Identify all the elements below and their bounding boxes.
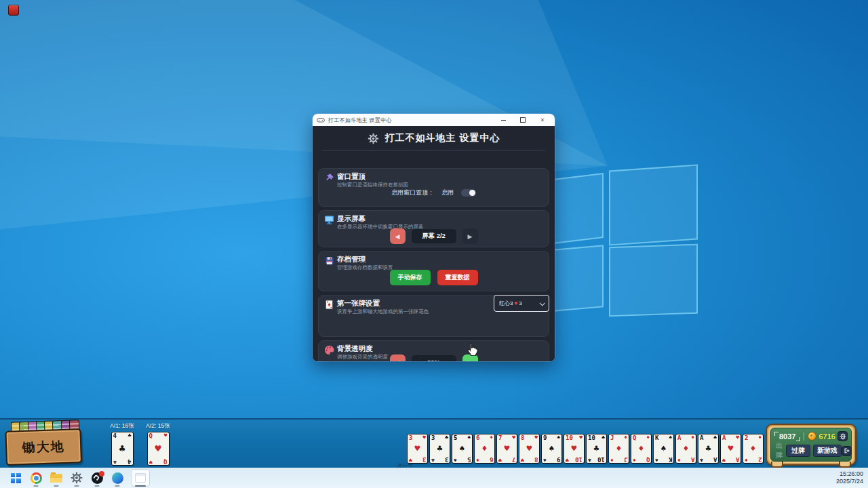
section-desc: 设置争上游和锄大地游戏的第一张牌花色: [337, 308, 429, 315]
heart-suit-glyph: ♥: [514, 300, 517, 306]
dropdown-rank: 3: [519, 300, 521, 306]
windows-logo-icon: [11, 473, 21, 483]
section-title: 存档管理: [337, 255, 366, 264]
hand-card[interactable]: 3 ♣ ♣ ♣ 3: [429, 434, 450, 464]
screen-prev-button[interactable]: ◀: [390, 228, 406, 244]
hand-card[interactable]: A ♣ ♣ ♣ A: [698, 434, 719, 464]
start-button[interactable]: [7, 469, 24, 487]
close-button[interactable]: ×: [534, 115, 551, 125]
section-title: 第一张牌设置: [337, 299, 380, 308]
ai2-area: AI2: 15张 Q♥ ♥ ♥Q: [143, 422, 173, 466]
screen: 打工不如斗地主 设置中心 × 打工不如斗地主 设置中心 窗口置顶 控制窗口是否始…: [0, 0, 868, 488]
hand-card[interactable]: 9 ♠ ♠ ♠ 9: [541, 434, 562, 464]
obs-icon: [92, 472, 103, 484]
hand-card[interactable]: 10 ♥ ♥ ♥ 10: [564, 434, 585, 464]
maximize-button[interactable]: [515, 115, 531, 125]
gear-icon: [368, 133, 379, 144]
section-window-top: 窗口置顶 控制窗口是否始终保持在最前面 启用窗口置顶： 启用: [318, 168, 549, 207]
taskbar-settings[interactable]: [68, 469, 85, 487]
score-value: 8037: [774, 432, 800, 441]
palette-icon: [324, 345, 334, 355]
hand-card[interactable]: 7 ♥ ♥ ♥ 7: [496, 434, 517, 464]
reset-data-button[interactable]: 重置数据: [437, 270, 478, 285]
hand-card[interactable]: Q ♦ ♦ ♦ Q: [631, 434, 652, 464]
taskbar-file-explorer[interactable]: [48, 469, 64, 487]
game-bottom-bar: 锄大地 AI1: 16张 4♣ ♣ ♣4 AI2: 15张 Q♥ ♥ ♥Q 进行…: [0, 418, 868, 468]
ai1-card: 4♣ ♣ ♣4: [111, 432, 134, 466]
game-logo: 锄大地: [5, 420, 82, 466]
section-desc: 控制窗口是否始终保持在最前面: [337, 182, 408, 188]
always-on-top-toggle[interactable]: [461, 189, 476, 197]
toggle-label: 启用窗口置顶：: [391, 188, 434, 197]
taskbar-obs[interactable]: [89, 469, 105, 487]
hand-card[interactable]: 6 ♦ ♦ ♦ 6: [474, 434, 495, 464]
pass-button[interactable]: 过牌: [786, 445, 810, 457]
opacity-decrease-button[interactable]: ◀: [390, 354, 406, 361]
screen-value: 屏幕 2/2: [412, 229, 456, 243]
window-title: 打工不如斗地主 设置中心: [328, 117, 392, 124]
section-display-screen: 显示屏幕 在多显示器环境中切换窗口显示的屏幕 ◀ 屏幕 2/2 ▶: [318, 210, 549, 247]
taskbar-edge[interactable]: [109, 469, 125, 487]
mouse-cursor-hand: [465, 342, 479, 356]
playing-card-icon: [324, 300, 334, 310]
section-save-management: 存档管理 管理游戏存档数据和设置 手动保存 重置数据: [318, 251, 549, 291]
exit-button[interactable]: [842, 446, 852, 456]
hand-card[interactable]: 5 ♠ ♠ ♠ 5: [452, 434, 473, 464]
gear-icon: [840, 433, 846, 440]
section-title: 显示屏幕: [337, 214, 366, 224]
window-titlebar[interactable]: 打工不如斗地主 设置中心 ×: [313, 114, 555, 126]
settings-window: 打工不如斗地主 设置中心 × 打工不如斗地主 设置中心 窗口置顶 控制窗口是否始…: [313, 114, 555, 361]
toggle-state-label: 启用: [441, 188, 454, 197]
section-title: 窗口置顶: [337, 172, 366, 182]
gamepad-icon: [317, 117, 325, 123]
minimize-button[interactable]: [495, 115, 511, 125]
divider: [322, 150, 545, 150]
hand-card[interactable]: 2 ♦ ♦ ♦ 2: [743, 434, 764, 464]
folder-icon: [50, 474, 62, 483]
ai2-card: Q♥ ♥ ♥Q: [147, 432, 170, 466]
dropdown-value: 红心3: [499, 300, 513, 307]
save-icon: [324, 256, 334, 266]
manual-save-button[interactable]: 手动保存: [390, 270, 431, 285]
section-first-card: 第一张牌设置 设置争上游和锄大地游戏的第一张牌花色 红心3 ♥ 3: [318, 295, 549, 337]
ai1-area: AI1: 16张 4♣ ♣ ♣4: [107, 422, 137, 466]
new-game-button[interactable]: 新游戏: [813, 445, 842, 457]
hand-card[interactable]: 10 ♣ ♣ ♣ 10: [586, 434, 607, 464]
hand-card[interactable]: 3 ♥ ♥ ♥ 3: [407, 434, 428, 464]
taskbar: 15:26:00 2025/7/24: [0, 468, 868, 488]
clock-time: 15:26:00: [836, 470, 863, 478]
hand-card[interactable]: K ♠ ♠ ♠ K: [653, 434, 674, 464]
chrome-icon: [31, 472, 42, 484]
section-background-opacity: 背景透明度 调整游戏背景的透明度 ◀ 30% ▶: [318, 340, 549, 361]
gear-icon: [71, 472, 83, 484]
taskbar-active-game-window[interactable]: [131, 469, 150, 487]
section-title: 背景透明度: [337, 344, 373, 354]
hand-card[interactable]: 8 ♥ ♥ ♥ 8: [519, 434, 540, 464]
settings-content: 打工不如斗地主 设置中心 窗口置顶 控制窗口是否始终保持在最前面 启用窗口置顶：…: [313, 126, 555, 361]
exit-icon: [844, 447, 850, 454]
wallpaper-windows-logo-pane: [609, 244, 698, 317]
taskbar-clock[interactable]: 15:26:00 2025/7/24: [836, 470, 863, 485]
edge-icon: [112, 472, 123, 484]
hand-card[interactable]: A ♥ ♥ ♥ A: [720, 434, 741, 464]
screen-next-button[interactable]: ▶: [462, 228, 478, 244]
page-title: 打工不如斗地主 设置中心: [385, 132, 500, 144]
wallpaper-windows-logo-pane: [609, 164, 698, 245]
clock-date: 2025/7/24: [836, 478, 863, 485]
opacity-value: 30%: [412, 355, 456, 361]
desktop-shortcut-icon[interactable]: [8, 5, 19, 16]
taskbar-chrome[interactable]: [28, 469, 44, 487]
play-cards-button-disabled: 出牌: [776, 441, 783, 460]
chevron-down-icon: [539, 300, 545, 306]
score-panel: 8037 6716 出牌 过牌 新游戏: [766, 424, 856, 466]
first-card-dropdown[interactable]: 红心3 ♥ 3: [494, 295, 549, 312]
hand-card[interactable]: A ♦ ♦ ♦ A: [675, 434, 696, 464]
panel-settings-button[interactable]: [837, 431, 848, 441]
game-logo-text: 锄大地: [22, 437, 65, 456]
coin-icon: [808, 432, 816, 441]
pin-icon: [324, 173, 334, 183]
hand-card[interactable]: J ♦ ♦ ♦ J: [608, 434, 629, 464]
coins-value: 6716: [818, 432, 835, 441]
ai2-card-count: AI2: 15张: [143, 422, 173, 430]
ai1-card-count: AI1: 16张: [107, 422, 137, 430]
